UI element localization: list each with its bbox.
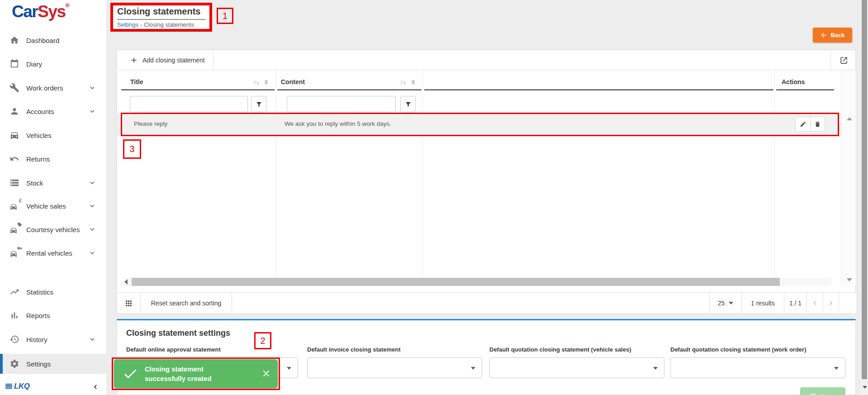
sidebar-item-accounts[interactable]: Accounts [0, 101, 106, 121]
column-header-actions: Actions [782, 78, 805, 86]
chevron-left-icon [811, 299, 819, 307]
sidebar-item-history[interactable]: History [0, 329, 106, 349]
toast-close-icon[interactable] [261, 368, 271, 379]
back-button[interactable]: Back [813, 28, 852, 43]
page-vertical-scrollbar[interactable] [861, 0, 868, 395]
header-underline [776, 89, 834, 90]
field-label: Default invoice closing statement [307, 346, 401, 353]
bar-chart-icon [9, 310, 19, 320]
field-label: Default quotation closing statement (wor… [670, 346, 806, 353]
carsys-logo[interactable]: CarSys® [12, 2, 70, 21]
sidebar-collapse-button[interactable] [91, 382, 100, 391]
pencil-icon [800, 121, 806, 128]
row-content-cell: We ask you to reply within 5 work days. [285, 120, 391, 127]
pin-icon[interactable] [263, 80, 270, 86]
save-button-label: Save [821, 393, 836, 395]
sidebar-item-work-orders[interactable]: Work orders [0, 78, 106, 98]
default-quotation-closing-statement-work-order-select[interactable] [670, 357, 845, 378]
pin-icon[interactable] [410, 80, 417, 86]
chevron-down-icon [88, 84, 96, 92]
page-scroll-down-arrow[interactable] [863, 386, 867, 389]
table-row[interactable]: Please reply We ask you to reply within … [117, 113, 841, 136]
person-icon [9, 106, 19, 116]
sidebar-item-settings[interactable]: Settings [0, 354, 106, 374]
edit-button[interactable] [795, 117, 810, 132]
header-underline [424, 89, 773, 90]
app-page: CarSys® DashboardDiaryWork ordersAccount… [0, 0, 868, 395]
sidebar-item-courtesy-vehicles[interactable]: Courtesy vehicles [0, 219, 106, 239]
column-header-content[interactable]: Content [281, 78, 305, 86]
sidebar-item-dashboard[interactable]: Dashboard [0, 30, 106, 50]
sidebar-item-label: History [26, 336, 47, 343]
title-filter-button[interactable] [251, 96, 266, 112]
default-invoice-closing-statement-select[interactable] [307, 357, 482, 378]
page-size-select[interactable]: 25 [709, 293, 741, 314]
sidebar-item-vehicle-sales[interactable]: £Vehicle sales [0, 196, 106, 216]
breadcrumb-current: Closing statements [144, 21, 194, 28]
sidebar-item-label: Settings [26, 360, 51, 368]
previous-page-button[interactable] [806, 293, 823, 314]
grid-apps-icon [124, 299, 133, 308]
header-underline [121, 89, 275, 90]
chevron-right-icon [827, 299, 835, 307]
sidebar-item-label: Statistics [26, 288, 53, 296]
sidebar-item-rental-vehicles[interactable]: Rental vehicles [0, 243, 106, 263]
home-icon [9, 35, 19, 45]
content-filter-button[interactable] [400, 96, 416, 112]
car-key-icon [9, 248, 19, 258]
page-scroll-thumb[interactable] [862, 0, 867, 379]
delete-button[interactable] [810, 117, 825, 132]
page-title: Closing statements [117, 6, 200, 17]
title-filter-input[interactable] [130, 96, 248, 112]
sort-icon[interactable] [400, 80, 407, 86]
car-tag-icon [9, 224, 19, 234]
default-quotation-closing-statement-vehicle-sales-select[interactable] [489, 357, 664, 378]
field-label: Default online approval statement [126, 346, 221, 353]
breadcrumb-settings-link[interactable]: Settings [117, 21, 138, 28]
check-icon [122, 366, 138, 382]
horizontal-scroll-thumb[interactable] [132, 278, 780, 286]
stock-lines-icon [9, 178, 19, 188]
sidebar-item-reports[interactable]: Reports [0, 305, 106, 325]
back-arrow-icon [820, 32, 827, 39]
row-actions [795, 117, 825, 132]
chevron-down-icon [88, 179, 96, 187]
sidebar-item-returns[interactable]: Returns [0, 149, 106, 169]
sidebar-item-statistics[interactable]: Statistics [0, 282, 106, 302]
plus-icon [130, 56, 138, 64]
row-title-cell: Please reply [134, 120, 167, 127]
wrench-icon [9, 83, 19, 93]
column-header-title[interactable]: Title [130, 78, 143, 86]
column-chooser-button[interactable] [117, 293, 141, 314]
logo-text-sys: Sys [38, 2, 65, 21]
add-closing-statement-button[interactable]: Add closing statement [117, 50, 213, 70]
scroll-left-arrow[interactable] [124, 279, 128, 285]
next-page-button[interactable] [823, 293, 839, 314]
table-vertical-scrollbar[interactable] [841, 70, 856, 286]
sort-icon[interactable] [253, 80, 260, 86]
save-button[interactable]: Save [800, 387, 845, 395]
table-horizontal-scrollbar[interactable] [123, 278, 832, 286]
scroll-up-arrow[interactable] [847, 117, 852, 120]
add-button-label: Add closing statement [142, 57, 205, 64]
export-icon [840, 56, 848, 65]
sidebar-item-vehicles[interactable]: Vehicles [0, 125, 106, 145]
page-title-block: Closing statements Settings›Closing stat… [112, 4, 211, 30]
scroll-down-arrow[interactable] [847, 278, 852, 281]
grid-toolbar: Add closing statement [117, 50, 856, 70]
car-pound-icon: £ [9, 201, 19, 211]
chevron-down-icon [88, 225, 96, 233]
caret-down-icon [471, 367, 475, 370]
page-indicator: 1 / 1 [784, 293, 806, 314]
content-filter-input[interactable] [287, 96, 396, 112]
sidebar-item-diary[interactable]: Diary [0, 54, 106, 74]
back-button-label: Back [830, 32, 844, 38]
history-clock-icon [9, 334, 19, 344]
chevron-down-icon [88, 107, 96, 115]
sidebar-item-stock[interactable]: Stock [0, 173, 106, 193]
export-button[interactable] [830, 50, 856, 70]
results-count: 1 results [741, 293, 784, 314]
annotation-label-1: 1 [217, 8, 233, 24]
calendar-icon [9, 59, 19, 69]
reset-search-sorting-button[interactable]: Reset search and sorting [141, 293, 232, 314]
